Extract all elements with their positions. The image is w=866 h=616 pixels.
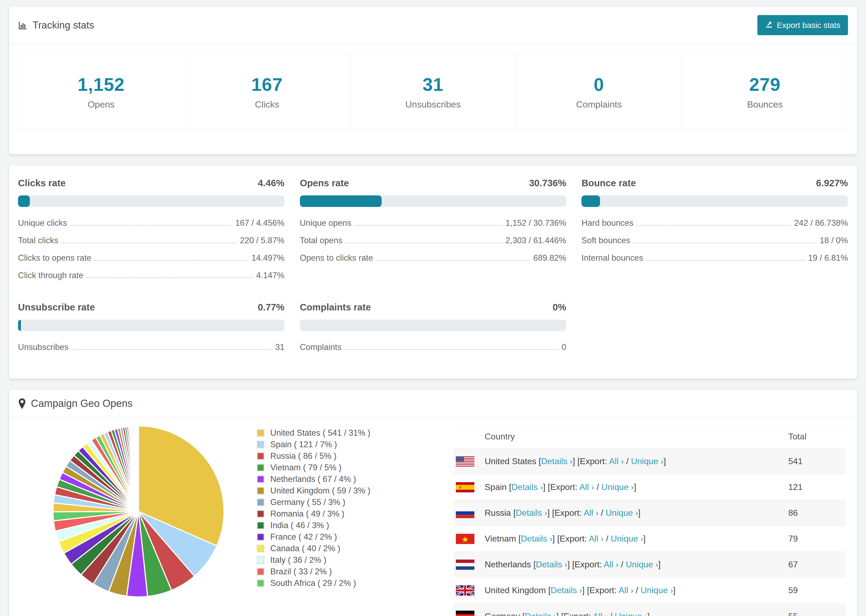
flag-ru-icon (456, 508, 485, 518)
details-link[interactable]: Details › (541, 456, 573, 466)
rate-row-value: 242 / 86.738% (794, 218, 848, 228)
stat-value: 167 (184, 74, 350, 95)
legend-label: Romania ( 49 / 3% ) (270, 509, 345, 518)
stat-value: 1,152 (18, 74, 184, 95)
geo-opens-header: Campaign Geo Opens (9, 390, 857, 418)
rate-row-label: Total clicks (18, 235, 58, 246)
legend-swatch (257, 498, 265, 506)
rate-value: 0.77% (258, 302, 284, 313)
details-link[interactable]: Details › (536, 559, 567, 569)
rate-row-label: Unique clicks (18, 218, 67, 228)
legend-label: Vietnam ( 79 / 5% ) (270, 464, 342, 472)
progress-bar-fill (18, 195, 30, 207)
details-link[interactable]: Details › (512, 482, 543, 492)
country-name: Vietnam [ (485, 534, 521, 544)
country-name: Russia [ (485, 508, 516, 518)
country-cell: United Kingdom [Details ›] [Export: All … (485, 585, 788, 595)
details-link[interactable]: Details › (516, 508, 547, 518)
slash-separator: / (598, 508, 606, 518)
progress-bar-fill (581, 195, 600, 207)
total-cell: 541 (788, 456, 846, 466)
total-cell: 86 (788, 508, 846, 518)
rate-block-clicks-rate: Clicks rate4.46%Unique clicks167 / 4.456… (18, 178, 285, 281)
slash-separator: / (594, 482, 601, 492)
bracket-close: ] (673, 585, 675, 595)
export-unique-link[interactable]: Unique › (611, 534, 643, 544)
details-link[interactable]: Details › (551, 585, 582, 595)
legend-item-india[interactable]: India ( 46 / 3% ) (257, 521, 408, 530)
table-row-ru: Russia [Details ›] [Export: All › / Uniq… (454, 500, 846, 526)
stat-label: Complaints (516, 99, 682, 110)
geo-pie-chart[interactable] (50, 423, 227, 600)
tracking-stats-title-wrap: Tracking stats (18, 20, 94, 31)
rate-row-value: 31 (275, 342, 284, 353)
export-all-link[interactable]: All › (604, 559, 619, 569)
legend-label: United Kingdom ( 59 / 3% ) (270, 486, 370, 495)
geo-pie-legend: United States ( 541 / 31% )Spain ( 121 /… (257, 429, 408, 591)
legend-label: Canada ( 40 / 2% ) (270, 544, 340, 553)
rate-row: Total opens2,303 / 61.446% (300, 235, 567, 246)
export-all-link[interactable]: All › (589, 534, 603, 544)
legend-swatch (257, 568, 265, 575)
export-all-link[interactable]: All › (579, 482, 594, 492)
total-cell: 79 (788, 534, 846, 544)
rate-row: Clicks to opens rate14.497% (18, 253, 285, 263)
pie-slice-other[interactable] (138, 426, 139, 511)
legend-item-vietnam[interactable]: Vietnam ( 79 / 5% ) (257, 464, 408, 472)
progress-bar-track (581, 195, 848, 207)
rate-value: 30.736% (529, 178, 566, 189)
rate-head: Complaints rate0% (300, 302, 567, 313)
export-label: ] [Export: (556, 611, 593, 616)
total-cell: 121 (788, 482, 846, 492)
legend-item-united-states[interactable]: United States ( 541 / 31% ) (257, 429, 408, 437)
legend-swatch (257, 580, 265, 587)
export-unique-link[interactable]: Unique › (626, 559, 658, 569)
rate-row-value: 220 / 5.87% (240, 235, 284, 246)
details-link[interactable]: Details › (521, 534, 553, 544)
legend-item-brazil[interactable]: Brazil ( 33 / 2% ) (257, 567, 408, 576)
export-label: ] [Export: (547, 508, 584, 518)
rate-row-value: 689.82% (533, 253, 566, 263)
export-all-link[interactable]: All › (584, 508, 598, 518)
rate-row-value: 2,303 / 61.446% (505, 235, 567, 246)
bracket-close: ] (663, 456, 666, 466)
export-all-link[interactable]: All › (619, 585, 633, 595)
export-unique-link[interactable]: Unique › (606, 508, 638, 518)
rate-row-label: Opens to clicks rate (300, 253, 373, 263)
rate-block-unsubscribe-rate: Unsubscribe rate0.77%Unsubscribes31 (18, 302, 285, 353)
legend-item-italy[interactable]: Italy ( 36 / 2% ) (257, 556, 408, 564)
legend-item-russia[interactable]: Russia ( 86 / 5% ) (257, 452, 408, 460)
country-name: Germany [ (485, 611, 525, 616)
country-name: United Kingdom [ (485, 585, 551, 595)
tracking-stats-card: Tracking stats Export basic stats 1,152O… (9, 6, 857, 154)
export-all-link[interactable]: All › (609, 456, 624, 466)
legend-item-united-kingdom[interactable]: United Kingdom ( 59 / 3% ) (257, 486, 408, 495)
export-unique-link[interactable]: Unique › (641, 585, 673, 595)
legend-item-spain[interactable]: Spain ( 121 / 7% ) (257, 440, 408, 449)
export-all-link[interactable]: All › (593, 611, 608, 616)
legend-item-romania[interactable]: Romania ( 49 / 3% ) (257, 509, 408, 518)
rate-row: Complaints0 (300, 342, 567, 353)
export-icon (765, 20, 773, 30)
total-cell: 55 (788, 611, 846, 616)
country-cell: Netherlands [Details ›] [Export: All › /… (485, 559, 788, 569)
rate-title: Complaints rate (300, 302, 371, 313)
legend-item-south-africa[interactable]: South Africa ( 29 / 2% ) (257, 579, 408, 588)
progress-bar-track (300, 195, 567, 207)
legend-item-germany[interactable]: Germany ( 55 / 3% ) (257, 498, 408, 507)
export-unique-link[interactable]: Unique › (601, 482, 634, 492)
rate-head: Bounce rate6.927% (581, 178, 848, 189)
legend-item-netherlands[interactable]: Netherlands ( 67 / 4% ) (257, 475, 408, 484)
rate-row: Soft bounces18 / 0% (581, 235, 848, 246)
export-unique-link[interactable]: Unique › (615, 611, 647, 616)
details-link[interactable]: Details › (525, 611, 556, 616)
flag-vn-icon (456, 534, 485, 544)
export-basic-stats-button[interactable]: Export basic stats (757, 15, 848, 35)
legend-item-canada[interactable]: Canada ( 40 / 2% ) (257, 544, 408, 553)
geo-pie-wrap (18, 420, 230, 601)
legend-label: Brazil ( 33 / 2% ) (270, 567, 332, 576)
legend-item-france[interactable]: France ( 42 / 2% ) (257, 533, 408, 541)
legend-label: Germany ( 55 / 3% ) (270, 498, 345, 507)
export-unique-link[interactable]: Unique › (631, 456, 663, 466)
stat-label: Opens (18, 99, 184, 110)
